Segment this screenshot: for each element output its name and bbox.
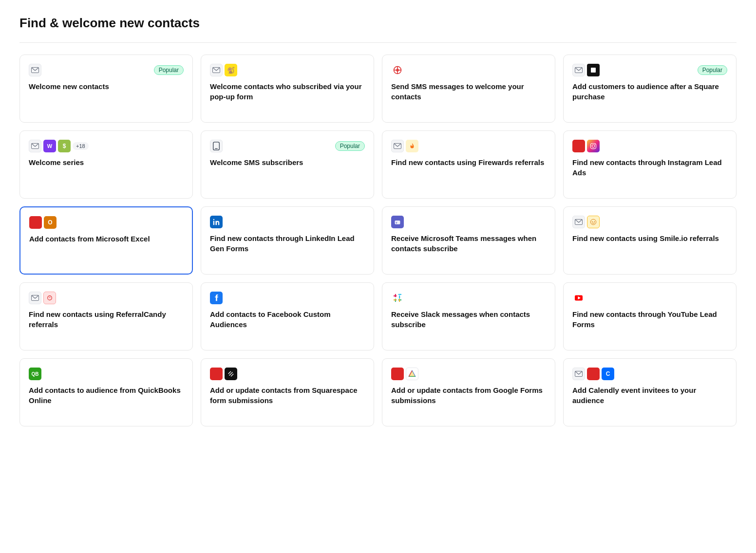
svg-rect-34 bbox=[399, 299, 400, 302]
office-icon: O bbox=[44, 216, 57, 229]
card-title: Find new contacts using Smile.io referra… bbox=[572, 233, 727, 243]
excel-red-icon bbox=[391, 368, 404, 380]
email-icon bbox=[572, 368, 585, 380]
card-youtube-lead[interactable]: Find new contacts through YouTube Lead F… bbox=[563, 282, 737, 350]
excel-red-icon bbox=[210, 368, 223, 380]
card-icons bbox=[572, 140, 600, 152]
card-title: Find new contacts through YouTube Lead F… bbox=[572, 309, 727, 330]
card-facebook-audiences[interactable]: Add contacts to Facebook Custom Audience… bbox=[201, 282, 374, 350]
popular-badge: Popular bbox=[154, 65, 184, 75]
email-icon bbox=[29, 140, 41, 152]
card-icons bbox=[391, 140, 418, 152]
card-title: Add contacts to Facebook Custom Audience… bbox=[210, 309, 365, 330]
svg-rect-29 bbox=[399, 295, 400, 299]
squarespace-icon bbox=[225, 368, 237, 380]
section-divider bbox=[19, 42, 737, 43]
card-microsoft-excel[interactable]: OAdd contacts from Microsoft Excel bbox=[19, 206, 193, 275]
card-instagram-lead-ads[interactable]: Find new contacts through Instagram Lead… bbox=[563, 130, 737, 199]
card-title: Add or update contacts from Squarespace … bbox=[210, 385, 365, 406]
woo-icon: W bbox=[43, 140, 56, 152]
youtube-icon bbox=[572, 292, 585, 304]
card-icons bbox=[572, 64, 600, 76]
card-icons bbox=[29, 292, 56, 304]
card-icons: C bbox=[572, 368, 614, 380]
calendly-icon: C bbox=[602, 368, 614, 380]
card-header bbox=[391, 64, 546, 76]
facebook-icon bbox=[210, 292, 223, 304]
svg-text:T: T bbox=[396, 221, 397, 224]
card-header bbox=[210, 292, 365, 304]
card-referralcandy[interactable]: Find new contacts using ReferralCandy re… bbox=[19, 282, 193, 350]
card-icons bbox=[572, 216, 600, 228]
card-title: Add or update contacts from Google Forms… bbox=[391, 385, 546, 406]
card-welcome-series[interactable]: W$+18Welcome series bbox=[19, 130, 193, 199]
card-icons: T bbox=[391, 216, 404, 228]
card-add-customers-square[interactable]: PopularAdd customers to audience after a… bbox=[563, 55, 737, 123]
email-icon bbox=[572, 64, 585, 76]
card-header bbox=[29, 292, 184, 304]
card-title: Add Calendly event invitees to your audi… bbox=[572, 385, 727, 406]
svg-point-24 bbox=[590, 219, 596, 224]
teams-icon: T bbox=[391, 216, 404, 228]
card-title: Find new contacts using Firewards referr… bbox=[391, 157, 546, 167]
linkedin-icon bbox=[210, 216, 223, 228]
card-title: Add contacts to audience from QuickBooks… bbox=[29, 385, 184, 406]
square-icon bbox=[587, 64, 600, 76]
card-header bbox=[391, 140, 546, 152]
plus-icon: +18 bbox=[73, 142, 89, 150]
card-title: Add customers to audience after a Square… bbox=[572, 81, 727, 102]
email-icon bbox=[391, 140, 404, 152]
card-header: 🐒 bbox=[210, 64, 365, 76]
card-icons: 🐒 bbox=[210, 64, 237, 76]
referralcandy-icon bbox=[43, 292, 56, 304]
card-title: Send SMS messages to welcome your contac… bbox=[391, 81, 546, 102]
email-icon bbox=[572, 216, 585, 228]
card-calendly[interactable]: CAdd Calendly event invitees to your aud… bbox=[563, 358, 737, 426]
card-title: Find new contacts through LinkedIn Lead … bbox=[210, 233, 365, 254]
card-icons bbox=[210, 216, 223, 228]
page-title: Find & welcome new contacts bbox=[19, 16, 737, 31]
excel-red-icon bbox=[29, 216, 42, 229]
card-firewards[interactable]: Find new contacts using Firewards referr… bbox=[382, 130, 555, 199]
svg-point-23 bbox=[594, 221, 595, 222]
svg-rect-17 bbox=[213, 221, 214, 225]
card-title: Welcome new contacts bbox=[29, 81, 184, 92]
excel-red-icon bbox=[572, 140, 585, 152]
card-welcome-new-contacts[interactable]: PopularWelcome new contacts bbox=[19, 55, 193, 123]
card-header bbox=[391, 368, 546, 380]
shopify-icon: $ bbox=[58, 140, 71, 152]
card-header: QB bbox=[29, 368, 184, 380]
card-send-sms-welcome[interactable]: Send SMS messages to welcome your contac… bbox=[382, 55, 555, 123]
svg-point-22 bbox=[592, 221, 593, 222]
card-header: C bbox=[572, 368, 727, 380]
card-icons: O bbox=[29, 216, 57, 229]
card-squarespace[interactable]: Add or update contacts from Squarespace … bbox=[201, 358, 374, 426]
card-header: W$+18 bbox=[29, 140, 184, 152]
email-icon bbox=[210, 64, 223, 76]
svg-rect-38 bbox=[395, 371, 400, 377]
firewards-icon bbox=[406, 140, 418, 152]
google-icon bbox=[406, 368, 418, 380]
card-slack-subscribe[interactable]: Receive Slack messages when contacts sub… bbox=[382, 282, 555, 350]
svg-marker-40 bbox=[409, 370, 415, 376]
card-linkedin-lead[interactable]: Find new contacts through LinkedIn Lead … bbox=[201, 206, 374, 275]
svg-point-14 bbox=[592, 145, 595, 147]
card-teams-subscribe[interactable]: T Receive Microsoft Teams messages when … bbox=[382, 206, 555, 275]
card-header bbox=[210, 368, 365, 380]
sms-phone-icon bbox=[210, 140, 223, 152]
popular-badge: Popular bbox=[335, 141, 365, 151]
svg-rect-28 bbox=[394, 295, 397, 296]
card-icons bbox=[29, 64, 41, 76]
card-header: Popular bbox=[572, 64, 727, 76]
card-quickbooks[interactable]: QBAdd contacts to audience from QuickBoo… bbox=[19, 358, 193, 426]
card-title: Add contacts from Microsoft Excel bbox=[29, 234, 183, 244]
card-welcome-popup[interactable]: 🐒Welcome contacts who subscribed via you… bbox=[201, 55, 374, 123]
card-welcome-sms[interactable]: PopularWelcome SMS subscribers bbox=[201, 130, 374, 199]
card-title: Find new contacts using ReferralCandy re… bbox=[29, 309, 184, 330]
card-icons bbox=[210, 368, 237, 380]
card-smileio[interactable]: Find new contacts using Smile.io referra… bbox=[563, 206, 737, 275]
card-google-forms[interactable]: Add or update contacts from Google Forms… bbox=[382, 358, 555, 426]
card-icons: QB bbox=[29, 368, 41, 380]
svg-rect-30 bbox=[398, 294, 402, 295]
card-icons: W$+18 bbox=[29, 140, 89, 152]
